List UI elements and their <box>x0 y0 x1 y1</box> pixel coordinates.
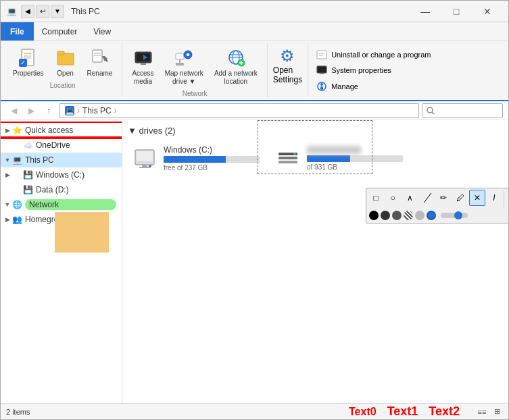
location-group-label: Location <box>50 82 76 89</box>
add-network-icon <box>225 47 247 68</box>
sidebar-item-windows-c[interactable]: ▶ 💾 Windows (C:) <box>1 167 122 182</box>
sidebar-item-homegroup[interactable]: ▶ 👥 Homegroup <box>1 212 122 227</box>
drive-icon-data-d <box>274 145 301 172</box>
dt-size-slider[interactable] <box>441 213 468 218</box>
open-button[interactable]: Open <box>51 44 80 80</box>
homegroup-icon: 👥 <box>11 214 22 225</box>
window-title: This PC <box>71 7 406 16</box>
expand-onedrive[interactable] <box>3 141 11 149</box>
data-d-label: Data (D:) <box>36 185 116 194</box>
dt-line-tool[interactable]: ╱ <box>418 190 435 206</box>
settings-icon: ⚙ <box>280 47 295 65</box>
sidebar-item-onedrive[interactable]: ☁️ OneDrive <box>1 138 122 153</box>
items-count: 2 items <box>6 408 343 416</box>
color-hatched[interactable] <box>404 211 413 220</box>
open-settings-button[interactable]: ⚙ OpenSettings <box>268 44 308 97</box>
file-area-header: ▼ drives (2) <box>128 126 503 136</box>
view-details-icon[interactable]: ≡≡ <box>476 406 488 418</box>
menu-computer[interactable]: Computer <box>34 22 86 41</box>
search-box[interactable] <box>422 103 503 118</box>
drive-bar-bg-data-d <box>307 155 403 162</box>
expand-network[interactable]: ▼ <box>3 201 11 209</box>
svg-rect-16 <box>141 63 146 65</box>
svg-rect-6 <box>57 53 74 65</box>
sidebar-item-this-pc[interactable]: ▼ 💻 This PC <box>1 153 122 167</box>
color-black[interactable] <box>369 211 379 220</box>
color-gray[interactable] <box>392 211 402 220</box>
uninstall-button[interactable]: Uninstall or change a program <box>314 48 498 61</box>
qa-down-btn[interactable]: ▼ <box>51 5 64 18</box>
menu-file[interactable]: File <box>1 22 34 41</box>
color-light-gray[interactable] <box>415 211 425 220</box>
sidebar-item-quick-access[interactable]: ▶ ⭐ Quick access <box>1 123 122 138</box>
expand-homegroup[interactable]: ▶ <box>3 215 11 224</box>
map-network-button[interactable]: Map networkdrive ▼ <box>161 44 208 88</box>
svg-point-46 <box>149 165 151 167</box>
minimize-button[interactable]: — <box>410 1 441 22</box>
rename-label: Rename <box>87 70 113 78</box>
window-controls: — □ ✕ <box>410 1 503 22</box>
forward-button[interactable]: ▶ <box>24 103 39 118</box>
menubar: File Computer View <box>1 22 508 41</box>
dt-select-cross-tool[interactable]: ✕ <box>469 190 485 206</box>
drive-subtext-data-d: of 931 GB <box>307 163 403 171</box>
svg-point-40 <box>427 107 433 113</box>
qa-undo-btn[interactable]: ↩ <box>36 5 49 18</box>
path-separator: › <box>77 106 80 115</box>
dt-text-tool[interactable]: I <box>486 190 502 206</box>
quick-access-toolbar: ◀ ↩ ▼ <box>21 5 64 18</box>
svg-rect-17 <box>176 53 184 59</box>
svg-line-41 <box>432 112 434 114</box>
drive-item-windows-c[interactable]: Windows (C:) free of 237 GB <box>128 141 263 175</box>
quick-access-icon: ⭐ <box>11 125 22 136</box>
manage-icon <box>316 81 327 92</box>
system-properties-button[interactable]: System properties <box>314 63 498 77</box>
drive-subtext-windows-c: free of 237 GB <box>164 164 260 172</box>
window-icon: 💻 <box>6 6 17 17</box>
expand-quick-access[interactable]: ▶ <box>3 126 11 134</box>
access-media-button[interactable]: Accessmedia <box>128 44 157 88</box>
this-pc-icon: 💻 <box>11 155 22 165</box>
dt-pencil-tool[interactable]: ✏ <box>435 190 452 206</box>
windows-c-label: Windows (C:) <box>36 170 116 180</box>
dt-row-2 <box>368 209 508 221</box>
svg-point-21 <box>187 53 189 56</box>
sidebar-item-data-d[interactable]: 💾 Data (D:) <box>1 182 122 197</box>
system-props-label: System properties <box>331 66 391 74</box>
expand-data-d[interactable] <box>3 186 11 194</box>
view-tiles-icon[interactable]: ⊞ <box>491 406 503 418</box>
up-button[interactable]: ↑ <box>41 103 56 118</box>
maximize-button[interactable]: □ <box>441 1 472 22</box>
addressbar: ◀ ▶ ↑ 💻 › This PC › <box>1 101 508 120</box>
manage-button[interactable]: Manage <box>314 80 498 93</box>
path-separator2: › <box>114 106 117 115</box>
qa-back-btn[interactable]: ◀ <box>21 5 34 18</box>
color-dark-gray[interactable] <box>381 211 390 220</box>
add-network-button[interactable]: Add a networklocation <box>210 44 262 88</box>
svg-point-50 <box>293 153 296 155</box>
file-area: ▼ drives (2) <box>122 120 508 403</box>
menu-view[interactable]: View <box>85 22 119 41</box>
dt-rect-tool[interactable]: □ <box>368 190 384 206</box>
drive-item-data-d[interactable]: of 931 GB <box>271 141 406 175</box>
dt-undo-tool[interactable]: ↩ <box>506 190 508 206</box>
svg-rect-43 <box>137 151 153 161</box>
expand-windows-c[interactable]: ▶ <box>3 171 11 179</box>
open-settings-label: OpenSettings <box>273 65 302 84</box>
close-button[interactable]: ✕ <box>472 1 503 22</box>
color-blue-selected[interactable] <box>427 211 436 220</box>
properties-button[interactable]: ✓ Properties <box>9 44 48 80</box>
address-bar[interactable]: 💻 › This PC › <box>59 103 419 118</box>
expand-this-pc[interactable]: ▼ <box>3 156 11 164</box>
svg-rect-33 <box>318 67 326 72</box>
svg-point-36 <box>320 83 323 86</box>
rename-button[interactable]: Rename <box>83 44 117 80</box>
svg-text:💻: 💻 <box>66 107 74 115</box>
dt-ellipse-tool[interactable]: ○ <box>385 190 401 206</box>
sidebar-item-network[interactable]: ▼ 🌐 Network <box>1 197 122 212</box>
back-button[interactable]: ◀ <box>6 103 21 118</box>
view-icons: ≡≡ ⊞ <box>476 406 503 418</box>
dt-polyline-tool[interactable]: ∧ <box>402 190 418 206</box>
path-thispc[interactable]: This PC <box>82 106 112 115</box>
dt-paint-tool[interactable]: 🖊 <box>452 190 468 206</box>
